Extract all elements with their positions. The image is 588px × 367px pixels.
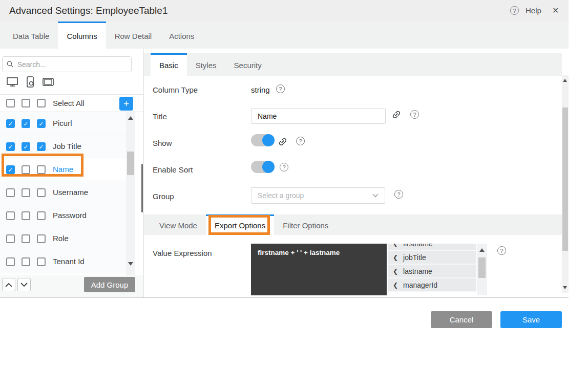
checkbox-mobile[interactable]	[22, 234, 30, 243]
scrollbar-thumb[interactable]	[478, 257, 486, 278]
checkbox-tablet[interactable]	[37, 257, 46, 266]
tab-actions[interactable]: Actions	[160, 21, 203, 49]
checkbox-mobile[interactable]	[22, 165, 30, 174]
show-toggle[interactable]	[251, 134, 275, 146]
tab-view-mode[interactable]: View Mode	[151, 214, 206, 235]
column-row-name[interactable]: Name	[0, 158, 126, 181]
help-icon[interactable]: ?	[276, 84, 285, 93]
dialog-bottom-border	[0, 297, 569, 298]
help-icon[interactable]: ?	[280, 163, 288, 171]
help-icon[interactable]: ?	[510, 6, 519, 15]
scroll-up-icon[interactable]	[563, 79, 567, 82]
advanced-settings-dialog: Advanced Settings: EmployeeTable1 ? Help…	[0, 0, 588, 367]
insert-left-icon: ❮	[393, 282, 398, 289]
scroll-up-icon[interactable]	[479, 248, 485, 252]
scroll-down-icon[interactable]	[563, 286, 567, 289]
column-label: Username	[53, 188, 88, 197]
select-all-checkbox-desktop[interactable]	[6, 99, 15, 107]
column-row-username[interactable]: Username	[0, 181, 126, 204]
group-select[interactable]: Select a group	[251, 187, 385, 204]
mobile-icon[interactable]	[26, 76, 34, 88]
value-expression-editor[interactable]: firstname + ' ' + lastname	[251, 244, 387, 295]
search-icon	[7, 60, 14, 68]
tab-row-detail[interactable]: Row Detail	[106, 21, 161, 49]
search-box	[2, 56, 132, 72]
tab-security[interactable]: Security	[225, 53, 270, 76]
sidebar-list-scrollbar[interactable]	[126, 112, 135, 275]
scroll-down-icon[interactable]	[128, 262, 133, 266]
help-icon[interactable]: ?	[296, 137, 305, 145]
enable-sort-toggle[interactable]	[251, 161, 275, 173]
checkbox-tablet[interactable]	[37, 211, 46, 220]
field-item-jobtitle[interactable]: ❮ jobTitle	[388, 251, 476, 265]
scroll-up-icon[interactable]	[128, 116, 133, 120]
column-row-picurl[interactable]: Picurl	[0, 112, 126, 135]
checkbox-mobile[interactable]	[22, 119, 30, 128]
tab-styles[interactable]: Styles	[187, 53, 225, 76]
tablet-icon[interactable]	[42, 77, 54, 87]
help-icon[interactable]: ?	[394, 190, 403, 199]
chevron-down-icon	[372, 193, 379, 198]
panel-scrollbar-thumb[interactable]	[141, 164, 143, 212]
select-all-checkbox-tablet[interactable]	[37, 99, 46, 107]
checkbox-tablet[interactable]	[37, 142, 46, 151]
column-row-tenant-id[interactable]: Tenant Id	[0, 250, 126, 273]
checkbox-desktop[interactable]	[6, 234, 15, 243]
help-button[interactable]: Help	[526, 6, 541, 15]
device-toggle-row	[6, 75, 54, 89]
close-icon[interactable]: ✕	[552, 6, 559, 15]
move-up-button[interactable]	[2, 278, 15, 291]
scrollbar-thumb[interactable]	[127, 152, 134, 175]
checkbox-desktop[interactable]	[6, 211, 15, 220]
tab-basic[interactable]: Basic	[151, 53, 187, 76]
search-input[interactable]	[17, 60, 127, 69]
checkbox-desktop[interactable]	[6, 188, 15, 197]
checkbox-tablet[interactable]	[37, 165, 46, 174]
tab-columns[interactable]: Columns	[58, 21, 106, 49]
field-picker-list: ❮ firstname ❮ jobTitle ❮ lastname ❮ mana…	[388, 244, 476, 295]
expression-code: firstname + ' ' + lastname	[258, 249, 340, 256]
toggle-knob	[262, 134, 275, 146]
add-column-button[interactable]: +	[119, 97, 133, 111]
field-list-scrollbar[interactable]	[477, 244, 487, 295]
title-input[interactable]	[251, 108, 386, 124]
checkbox-mobile[interactable]	[22, 142, 30, 151]
checkbox-mobile[interactable]	[22, 188, 30, 197]
link-icon[interactable]	[276, 135, 290, 149]
column-row-role[interactable]: Role	[0, 227, 126, 250]
select-all-checkbox-mobile[interactable]	[22, 99, 30, 107]
field-item-managerid[interactable]: ❮ managerId	[388, 278, 476, 292]
move-down-button[interactable]	[17, 278, 31, 291]
checkbox-tablet[interactable]	[37, 188, 46, 197]
insert-left-icon: ❮	[393, 254, 398, 261]
tab-export-options[interactable]: Export Options	[206, 214, 274, 235]
checkbox-desktop[interactable]	[6, 257, 15, 266]
cancel-button[interactable]: Cancel	[431, 311, 492, 328]
panel-scrollbar[interactable]	[562, 75, 569, 293]
checkbox-desktop[interactable]	[6, 142, 15, 151]
checkbox-tablet[interactable]	[37, 119, 46, 128]
checkbox-desktop[interactable]	[6, 119, 15, 128]
checkbox-mobile[interactable]	[22, 257, 30, 266]
link-icon[interactable]	[389, 107, 404, 122]
help-icon[interactable]: ?	[410, 110, 419, 119]
column-settings-panel: Basic Styles Security Column Type string…	[144, 49, 569, 298]
select-all-row: Select All +	[0, 95, 143, 112]
group-label: Group	[153, 192, 174, 201]
checkbox-desktop[interactable]	[6, 165, 15, 174]
help-icon[interactable]: ?	[497, 246, 506, 255]
field-item-lastname[interactable]: ❮ lastname	[388, 265, 476, 278]
desktop-icon[interactable]	[6, 76, 18, 88]
add-group-button[interactable]: Add Group	[84, 277, 135, 292]
insert-left-icon: ❮	[393, 244, 398, 247]
field-item-firstname[interactable]: ❮ firstname	[388, 244, 476, 251]
value-expression-label: Value Expression	[153, 249, 212, 257]
tab-data-table[interactable]: Data Table	[4, 21, 58, 49]
tab-filter-options[interactable]: Filter Options	[274, 214, 337, 235]
checkbox-mobile[interactable]	[22, 211, 30, 220]
column-row-job-title[interactable]: Job Title	[0, 135, 126, 158]
save-button[interactable]: Save	[500, 311, 562, 328]
column-row-password[interactable]: Password	[0, 204, 126, 227]
checkbox-tablet[interactable]	[37, 234, 46, 243]
scrollbar-thumb[interactable]	[562, 107, 568, 251]
